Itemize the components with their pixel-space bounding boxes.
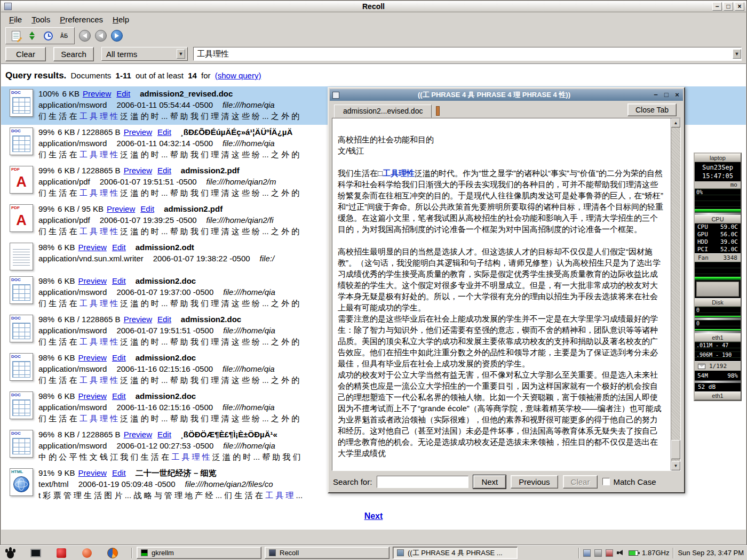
edit-link[interactable]: Edit — [157, 430, 171, 439]
result-url: file:///home/qia — [223, 287, 275, 297]
close-tab-button[interactable]: Close Tab — [627, 103, 677, 116]
preview-link[interactable]: Preview — [78, 243, 107, 252]
show-query-link[interactable]: (show query) — [215, 71, 261, 80]
maximize-icon[interactable]: □ — [662, 90, 671, 99]
net-value: .011M - 47 — [696, 342, 728, 348]
highlighted-term: 工 具 理 性 — [80, 111, 118, 121]
edit-link[interactable]: Edit — [112, 353, 126, 362]
preview-link[interactable]: Preview — [78, 391, 107, 401]
menu-file[interactable]: File — [4, 14, 27, 25]
volume-icon[interactable] — [617, 549, 625, 556]
highlighted-term: 工 具 理 — [265, 491, 293, 500]
sensor-value: 59.0C — [720, 223, 738, 231]
next-page-icon[interactable] — [111, 30, 123, 42]
maximize-icon[interactable]: □ — [724, 2, 733, 11]
edit-link[interactable]: Edit — [157, 315, 171, 324]
preview-link[interactable]: Preview — [78, 353, 107, 362]
find-clear-button[interactable]: Clear — [563, 475, 598, 489]
gkrellm-time: 15:47:05 — [695, 172, 741, 180]
match-case-checkbox[interactable] — [602, 478, 610, 485]
result-mimetype: application/msword — [38, 139, 107, 148]
meter-panel — [696, 282, 739, 297]
result-date: 2006-11-16 02:15:16 -0500 — [116, 403, 213, 412]
minimize-icon[interactable]: − — [651, 90, 661, 99]
chevron-down-icon[interactable]: ▼ — [733, 49, 741, 59]
system-tray: 1.87GHz Sun Sep 23, 3:47 PM — [578, 548, 744, 558]
menubar: FileToolsPreferencesHelp — [1, 12, 746, 26]
preview-link[interactable]: Preview — [124, 315, 152, 324]
first-page-icon[interactable] — [79, 30, 91, 42]
sensor-name: PCI — [697, 246, 708, 253]
close-icon[interactable]: × — [672, 90, 682, 99]
clear-button[interactable]: Clear — [5, 47, 46, 61]
scrollbar-track[interactable] — [671, 127, 680, 461]
search-input[interactable] — [194, 48, 733, 60]
terminal-launcher-icon[interactable] — [29, 547, 43, 559]
tray-icon[interactable] — [606, 549, 613, 557]
sort-icon[interactable] — [26, 29, 38, 42]
edit-link[interactable]: Edit — [112, 276, 126, 285]
result-size: 6 KB / 1228865 B — [58, 315, 121, 324]
result-mimetype: application/msword — [38, 441, 107, 450]
documents-label: Documents — [71, 71, 112, 80]
next-page-link[interactable]: Next — [364, 511, 383, 521]
sensor-readouts: CPU59.0CGPU56.0CHDD39.0CPCI52.0C — [695, 223, 741, 253]
preview-link[interactable]: Preview — [124, 166, 152, 175]
edit-link[interactable]: Edit — [112, 391, 126, 401]
search-button[interactable]: Search — [53, 47, 94, 61]
preview-tab[interactable]: admission2...evised.doc — [334, 105, 432, 118]
close-icon[interactable]: × — [735, 2, 744, 11]
tray-icon[interactable] — [594, 549, 602, 557]
launcher-orange-icon[interactable] — [80, 547, 94, 559]
minimize-icon[interactable]: − — [712, 2, 722, 11]
edit-link[interactable]: Edit — [157, 127, 171, 137]
gkrellm-hostname[interactable]: laptop — [695, 154, 741, 162]
edit-link[interactable]: Edit — [157, 166, 171, 175]
edit-link[interactable]: Edit — [112, 468, 126, 477]
prev-page-icon[interactable] — [95, 30, 107, 42]
preview-titlebar[interactable]: ((工 PHRASE 4 具 PHRASE 4 理 PHRASE 4 性)) −… — [330, 89, 683, 101]
menu-help[interactable]: Help — [108, 14, 134, 25]
edit-link[interactable]: Edit — [116, 89, 130, 98]
launcher-red-icon[interactable] — [54, 547, 68, 559]
preview-link[interactable]: Preview — [83, 89, 111, 98]
preview-window-title: ((工 PHRASE 4 具 PHRASE 4 理 PHRASE 4 性)) — [343, 90, 646, 100]
preview-scrollbar[interactable]: ▲ ▼ — [671, 118, 680, 470]
menu-preferences[interactable]: Preferences — [55, 14, 108, 25]
term-explorer-icon[interactable]: ÂБ — [58, 29, 70, 42]
result-title: admission2.doc — [181, 315, 241, 324]
preview-window-icon — [332, 92, 339, 99]
scroll-up-icon[interactable]: ▲ — [671, 118, 680, 127]
find-next-button[interactable]: Next — [473, 475, 506, 489]
tab-stub-icon — [436, 106, 440, 116]
result-url: file:///home/qian2/m — [206, 177, 276, 186]
menu-footprint-icon[interactable] — [3, 547, 17, 559]
find-input[interactable] — [377, 476, 468, 488]
sensor-row: HDD39.0C — [695, 238, 741, 246]
find-previous-button[interactable]: Previous — [511, 475, 558, 489]
edit-link[interactable]: Edit — [140, 204, 154, 213]
menu-tools[interactable]: Tools — [27, 14, 55, 25]
preview-link[interactable]: Preview — [124, 430, 152, 439]
scroll-down-icon[interactable]: ▼ — [671, 461, 680, 470]
firefox-icon[interactable] — [106, 547, 120, 559]
preview-link[interactable]: Preview — [107, 204, 135, 213]
taskbar-button[interactable]: gkrellm — [137, 547, 261, 559]
tray-icon[interactable] — [583, 549, 591, 557]
sensor-row: GPU56.0C — [695, 231, 741, 238]
taskbar-button[interactable]: ((工 PHRASE 4 具 PHRASE ... — [393, 547, 518, 559]
search-mode-select[interactable]: All terms ▼ — [101, 47, 188, 61]
result-mimetype: text/html — [38, 479, 69, 489]
edit-link[interactable]: Edit — [112, 243, 126, 252]
result-size: 6 KB / 95 KB — [58, 204, 104, 213]
scrollbar-thumb[interactable] — [671, 440, 680, 459]
preview-link[interactable]: Preview — [78, 468, 107, 477]
history-clock-icon[interactable] — [42, 29, 54, 42]
query-editor-icon[interactable] — [10, 29, 22, 42]
result-relevance: 98% — [38, 391, 54, 401]
separator — [131, 548, 132, 558]
preview-link[interactable]: Preview — [78, 276, 107, 285]
preview-link[interactable]: Preview — [124, 127, 152, 137]
taskbar-button[interactable]: Recoll — [265, 547, 390, 559]
main-titlebar[interactable]: Recoll − □ × — [1, 1, 746, 12]
